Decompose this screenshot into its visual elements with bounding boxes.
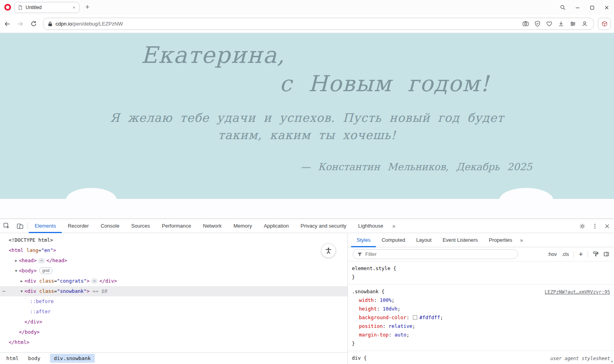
devtools-tab-console[interactable]: Console	[95, 219, 126, 233]
dom-tree-row[interactable]: </body>	[0, 327, 348, 337]
css-selector[interactable]: div	[352, 355, 361, 361]
devtools-tab-performance[interactable]: Performance	[156, 219, 197, 233]
token-ellipsis[interactable]: ⋯	[91, 278, 98, 284]
scroll-down-icon[interactable]: ▾	[611, 359, 613, 364]
greeting-body-line1: Я желаю тебе удачи и успехов. Пусть новы…	[110, 111, 504, 125]
reload-icon[interactable]	[30, 20, 38, 27]
breadcrumb-html[interactable]: html	[6, 355, 18, 361]
maximize-window-icon[interactable]	[589, 5, 595, 11]
collapsed-arrow-icon[interactable]: ▶	[19, 276, 24, 286]
css-property-value[interactable]: 10dvh	[383, 306, 398, 312]
dom-tree-row[interactable]: </html>	[0, 337, 348, 347]
device-toolbar-icon[interactable]	[13, 219, 27, 233]
profile-icon[interactable]	[581, 20, 588, 27]
dom-tree-row[interactable]: <html lang="en">	[0, 245, 348, 256]
css-property-name[interactable]: margin-top	[359, 332, 388, 338]
collapsed-arrow-icon[interactable]: ▶	[13, 256, 19, 266]
css-property-value[interactable]: relative	[388, 323, 412, 329]
devtools-tab-privacy-and-security[interactable]: Privacy and security	[295, 219, 352, 233]
devtools-tab-network[interactable]: Network	[197, 219, 228, 233]
css-selector[interactable]: element.style	[352, 265, 390, 271]
dom-tree-row[interactable]: ⋯▼<div class="snowbank"> == $0	[0, 286, 348, 296]
vpn-shield-check-icon[interactable]	[534, 20, 541, 27]
styles-filter-box[interactable]	[353, 249, 518, 259]
css-declaration[interactable]: margin-top: auto;	[352, 331, 610, 339]
more-sidebar-tabs-icon[interactable]: »	[520, 237, 523, 243]
css-declaration[interactable]: position: relative;	[352, 322, 610, 331]
new-tab-button[interactable]: +	[83, 3, 91, 11]
close-devtools-icon[interactable]	[604, 223, 610, 229]
css-selector[interactable]: .snowbank	[352, 289, 379, 294]
color-swatch[interactable]	[413, 315, 417, 320]
punctuation: :	[383, 323, 388, 329]
download-icon[interactable]	[558, 20, 564, 27]
css-property-value[interactable]: auto	[394, 332, 406, 338]
tab-close-icon[interactable]	[72, 6, 76, 9]
dom-tree-row[interactable]: ▼<body>grid	[0, 266, 348, 276]
forward-icon[interactable]	[17, 20, 25, 28]
more-panels-icon[interactable]: »	[392, 223, 396, 229]
token-tag: <head>	[19, 257, 37, 263]
expanded-arrow-icon[interactable]: ▼	[13, 266, 19, 276]
accessibility-button[interactable]	[321, 243, 336, 258]
css-declaration[interactable]: height: 10dvh;	[352, 305, 610, 313]
sidebar-tab-layout[interactable]: Layout	[411, 233, 437, 247]
snapshot-camera-icon[interactable]	[522, 20, 529, 27]
sidebar-tab-properties[interactable]: Properties	[483, 233, 518, 247]
dom-tree-row[interactable]: ▶<div class="congrats">⋯</div>	[0, 276, 348, 286]
search-icon[interactable]	[560, 4, 566, 11]
sidebar-tab-event-listeners[interactable]: Event Listeners	[437, 233, 483, 247]
address-bar[interactable]: cdpn.io/pen/debug/LEZPzNW	[43, 18, 594, 30]
css-declaration[interactable]: background-color: #fdfdff;	[352, 313, 610, 322]
devtools-tab-recorder[interactable]: Recorder	[62, 219, 94, 233]
sidebar-tab-computed[interactable]: Computed	[376, 233, 411, 247]
styles-filter-input[interactable]	[365, 251, 514, 257]
dom-tree-row[interactable]: ▶<head>⋯</head>	[0, 256, 348, 266]
stylesheet-link[interactable]: LEZPzNW?aut…xmVRVzvr:95	[545, 288, 610, 296]
devtools-tab-memory[interactable]: Memory	[227, 219, 258, 233]
sidebar-tab-styles[interactable]: Styles	[351, 233, 376, 247]
dom-tree-row[interactable]: </div>	[0, 317, 348, 327]
punctuation: ;	[392, 297, 395, 303]
toggle-pseudo-state-button[interactable]: :hov	[547, 252, 557, 257]
dom-tree-row[interactable]: ::after	[0, 307, 348, 317]
settings-gear-icon[interactable]	[579, 223, 586, 230]
css-declaration[interactable]: width: 100%;	[352, 296, 610, 305]
css-property-value[interactable]: #fdfdff	[419, 314, 440, 320]
css-property-value[interactable]: 100%	[380, 297, 392, 303]
toggle-element-classes-button[interactable]: .cls	[562, 252, 569, 257]
paint-format-icon[interactable]	[593, 251, 599, 257]
devtools-tab-elements[interactable]: Elements	[29, 219, 62, 233]
row-menu-icon[interactable]: ⋯	[2, 286, 6, 296]
dock-panel-icon[interactable]	[603, 251, 609, 257]
expanded-arrow-icon[interactable]: ▼	[19, 286, 24, 296]
kebab-menu-icon[interactable]	[592, 223, 598, 229]
minimize-window-icon[interactable]	[575, 5, 581, 11]
close-window-icon[interactable]	[604, 5, 610, 11]
devtools-tab-application[interactable]: Application	[258, 219, 295, 233]
new-style-rule-button[interactable]: +	[579, 251, 583, 258]
css-property-name[interactable]: height	[359, 306, 377, 312]
token-ellipsis[interactable]: ⋯	[38, 258, 45, 263]
css-property-name[interactable]: width	[359, 297, 374, 303]
greeting-body-line2: таким, каким ты хочешь!	[218, 128, 396, 142]
sidebar-box-button[interactable]	[598, 18, 611, 30]
devtools-tab-sources[interactable]: Sources	[125, 219, 156, 233]
back-icon[interactable]	[4, 20, 11, 28]
dom-tree-row[interactable]: <!DOCTYPE html>	[0, 235, 348, 245]
inspect-element-icon[interactable]	[0, 219, 13, 233]
token-badge[interactable]: grid	[39, 267, 52, 274]
opera-logo-icon[interactable]	[4, 4, 11, 11]
devtools-tab-lighthouse[interactable]: Lighthouse	[352, 219, 389, 233]
css-property-name[interactable]: background-color	[359, 314, 406, 320]
dom-tree-row[interactable]: ::before	[0, 296, 348, 307]
breadcrumb-div-snowbank[interactable]: div.snowbank	[50, 354, 95, 363]
browser-tab[interactable]: Untitled	[14, 2, 80, 13]
token-tag: </div>	[99, 278, 117, 284]
tune-sliders-icon[interactable]	[570, 20, 576, 27]
breadcrumb-body[interactable]: body	[28, 355, 40, 361]
lock-icon[interactable]	[48, 21, 52, 27]
open-brace: {	[379, 289, 385, 294]
css-property-name[interactable]: position	[359, 323, 383, 329]
heart-icon[interactable]	[546, 20, 553, 27]
